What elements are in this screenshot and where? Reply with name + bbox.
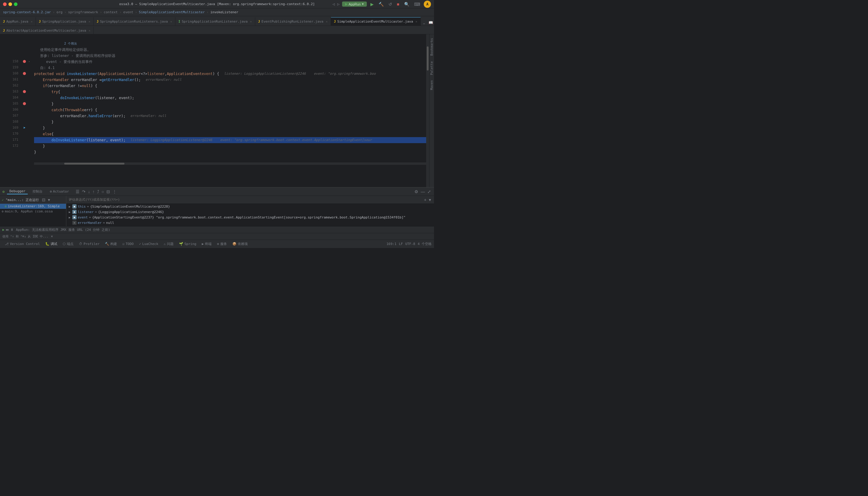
stack-frame-1[interactable]: ⚙ invokeListener:169, Simple xyxy=(0,204,66,209)
bottom-btn-debug[interactable]: 🐛 调试 xyxy=(43,241,60,247)
close-status-icon[interactable]: ✕ xyxy=(51,235,53,238)
breakpoint-dot[interactable] xyxy=(23,60,26,63)
breadcrumb-event[interactable]: event xyxy=(123,10,133,14)
bottom-btn-profiler[interactable]: ⏱ Profiler xyxy=(77,242,102,247)
editor-container[interactable]: 158 159 160 161 162 163 164 165 166 167 … xyxy=(0,34,429,187)
vtab-maven[interactable]: Maven xyxy=(430,78,434,93)
bottom-btn-services[interactable]: ⚙ 服务 xyxy=(215,241,229,247)
tab-close-icon[interactable]: ✕ xyxy=(170,20,172,23)
code-area[interactable]: 2 个用法 使用给定事件调用给定侦听器。 形参: listener - 要调用的… xyxy=(31,34,426,187)
breakpoint-dot[interactable] xyxy=(23,72,26,75)
breadcrumb-class[interactable]: SimpleApplicationEventMulticaster xyxy=(139,10,205,14)
bottom-btn-version-control[interactable]: ⎇ Version Control xyxy=(2,242,42,247)
step-out-icon[interactable]: ↑ xyxy=(92,189,95,195)
window-controls[interactable] xyxy=(3,2,17,6)
debug-tab-actuator[interactable]: ⚙ Actuator xyxy=(47,189,72,194)
run-dropdown-icon[interactable]: ▾ xyxy=(362,2,364,6)
var-expand-icon[interactable]: ▶ xyxy=(69,205,72,208)
tab-apprun[interactable]: J AppRun.java ✕ xyxy=(0,17,36,26)
breadcrumb-springframework[interactable]: springframework xyxy=(68,10,98,14)
debug-session-play-icon[interactable]: ▶ xyxy=(2,228,4,232)
expand-vars-icon[interactable]: ▾ xyxy=(428,197,432,203)
translate-icon[interactable]: ⌨ xyxy=(413,1,421,7)
tab-close-icon[interactable]: ✕ xyxy=(416,20,417,23)
tab-close-icon[interactable]: ✕ xyxy=(31,20,33,23)
mute-bp-icon[interactable]: ○ xyxy=(101,189,105,195)
debug-session-pause-icon[interactable]: ⏸ xyxy=(10,228,14,232)
filter-icon[interactable]: ⊟ xyxy=(41,197,46,203)
var-row-event[interactable]: ▶ ● event = {ApplicationStartingEvent@22… xyxy=(66,215,434,220)
tabs-more-button[interactable]: ⋯ xyxy=(421,22,428,26)
vertical-scrollbar[interactable] xyxy=(426,34,429,187)
run-button[interactable]: ▶ AppRun ▾ xyxy=(342,1,367,6)
thread-dropdown-icon[interactable]: ▾ xyxy=(47,197,51,203)
tab-close-icon[interactable]: ✕ xyxy=(89,20,90,23)
debug-run-icon[interactable]: ⚙ xyxy=(2,189,4,194)
cursor-position[interactable]: 169:1 xyxy=(386,242,396,246)
encoding[interactable]: UTF-8 xyxy=(405,242,415,246)
breakpoint-dot[interactable] xyxy=(23,102,26,105)
var-expand-icon[interactable]: ▶ xyxy=(69,216,72,219)
usage-count[interactable]: 2 个用法 xyxy=(64,42,77,45)
close-button[interactable] xyxy=(3,2,6,6)
horizontal-scrollbar[interactable] xyxy=(34,162,426,165)
breadcrumb-org[interactable]: org xyxy=(57,10,63,14)
line-endings[interactable]: LF xyxy=(399,242,403,246)
step-over-icon[interactable]: ↷ xyxy=(81,189,86,195)
var-row-listener[interactable]: ▶ ● listener = {LoggingApplicationListen… xyxy=(66,209,434,215)
debug-session-skip-icon[interactable]: ⏭ xyxy=(6,228,9,232)
bottom-btn-dependencies[interactable]: 📦 依赖项 xyxy=(230,241,250,247)
fold-icon[interactable]: ▾ xyxy=(28,59,31,64)
tab-springapplicationrunlisteners[interactable]: J SpringApplicationRunListeners.java ✕ xyxy=(94,17,175,26)
bottom-btn-todo[interactable]: ☑ TODO xyxy=(120,242,136,247)
user-avatar[interactable]: A xyxy=(424,1,431,8)
reload-icon[interactable]: ↺ xyxy=(387,1,393,7)
scrollbar-thumb-h[interactable] xyxy=(64,163,124,165)
tab-springapplication[interactable]: J SpringApplication.java ✕ xyxy=(36,17,94,26)
minimize-debug-icon[interactable]: — xyxy=(420,189,425,195)
var-expand-icon[interactable]: ▶ xyxy=(69,210,72,214)
bottom-btn-endpoints[interactable]: ⬡ 端点 xyxy=(60,241,76,247)
build-icon[interactable]: 🔨 xyxy=(377,1,385,7)
frames-icon[interactable]: ☰ xyxy=(75,189,80,195)
more-icon[interactable]: ⋮ xyxy=(112,189,117,195)
table-view-icon[interactable]: ⊟ xyxy=(106,189,111,195)
var-row-errorhandler[interactable]: = errorHandler = null xyxy=(66,220,434,226)
expand-debug-icon[interactable]: ⤢ xyxy=(427,189,432,195)
step-into-icon[interactable]: ↓ xyxy=(88,189,91,195)
tab-eventpublishingrunlistener[interactable]: J EventPublishingRunListener.java ✕ xyxy=(255,17,331,26)
bottom-btn-luacheck[interactable]: ✓ LuaCheck xyxy=(137,242,161,247)
maximize-button[interactable] xyxy=(14,2,17,6)
settings-icon[interactable]: ⚙ xyxy=(414,189,419,195)
tab-close-icon[interactable]: ✕ xyxy=(250,20,252,23)
bookmark-icon[interactable]: 📖 xyxy=(428,20,434,25)
tab-close-icon2[interactable]: ✕ xyxy=(89,29,90,32)
stop-icon[interactable]: ■ xyxy=(396,1,401,7)
bottom-btn-problems[interactable]: ⚠ 问题 xyxy=(161,241,176,247)
nav-forward-icon[interactable]: ▷ xyxy=(337,2,340,6)
scrollbar-thumb-v[interactable] xyxy=(427,46,429,71)
run-to-cursor-icon[interactable]: ⤴ xyxy=(96,189,100,195)
tab-close-icon[interactable]: ✕ xyxy=(326,20,328,23)
add-watch-icon[interactable]: + xyxy=(423,197,427,203)
vtab-palette[interactable]: Palette xyxy=(430,59,434,77)
indent-info[interactable]: 4 个空格 xyxy=(418,242,432,246)
tab-simpleapplicationeventmulticaster[interactable]: J SimpleApplicationEventMulticaster.java… xyxy=(331,17,421,26)
breadcrumb-method[interactable]: invokeListener xyxy=(211,10,238,14)
bottom-btn-build[interactable]: 🔨 构建 xyxy=(103,241,119,247)
minimize-button[interactable] xyxy=(9,2,12,6)
expression-input[interactable] xyxy=(69,198,422,202)
bottom-btn-terminal[interactable]: ▶ 终端 xyxy=(199,241,214,247)
bottom-btn-spring[interactable]: 🌱 Spring xyxy=(176,242,199,247)
tab-abstractapplicationeventmulticaster[interactable]: J AbstractApplicationEventMulticaster.ja… xyxy=(0,27,94,34)
breadcrumb-jar[interactable]: spring-context-6.0.2.jar xyxy=(3,10,51,14)
play-icon[interactable]: ▶ xyxy=(369,1,375,7)
debug-tab-debugger[interactable]: Debugger xyxy=(7,189,28,195)
vtab-bookmarks[interactable]: Bookmarks xyxy=(430,35,434,58)
nav-back-icon[interactable]: ◁ xyxy=(332,2,335,6)
var-row-this[interactable]: ▶ ● this = {SimpleApplicationEventMultic… xyxy=(66,204,434,209)
debug-tab-console[interactable]: 控制台 xyxy=(30,189,45,195)
breadcrumb-context[interactable]: context xyxy=(104,10,118,14)
search-icon[interactable]: 🔍 xyxy=(403,1,410,7)
stack-frame-2[interactable]: ⚙ main:9, AppRun (com.ossa xyxy=(0,209,66,214)
